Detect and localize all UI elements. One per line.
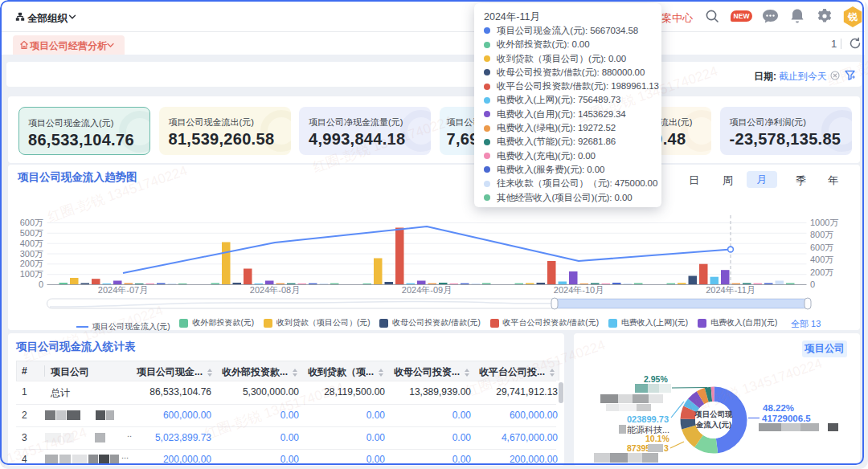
svg-text:200万: 200万: [810, 267, 833, 277]
svg-text:2024年-07月: 2024年-07月: [98, 285, 148, 295]
svg-text:100万: 100万: [20, 269, 43, 279]
svg-text:400万: 400万: [20, 239, 43, 248]
svg-text:10.1%: 10.1%: [645, 434, 669, 443]
svg-text:2024年-10月: 2024年-10月: [554, 285, 604, 295]
svg-text:2.95%: 2.95%: [644, 374, 668, 384]
svg-text:800万: 800万: [810, 230, 833, 239]
svg-text:2024年-09月: 2024年-09月: [402, 285, 452, 295]
svg-text:87395: 87395: [627, 443, 650, 453]
svg-text:金流入(元): 金流入(元): [695, 420, 731, 429]
svg-text:2024年-11月: 2024年-11月: [706, 285, 755, 295]
svg-text:200万: 200万: [20, 259, 43, 268]
svg-text:600万: 600万: [810, 243, 833, 252]
svg-text:500万: 500万: [20, 228, 43, 238]
svg-text:400万: 400万: [810, 255, 833, 264]
svg-text:600万: 600万: [20, 218, 43, 227]
svg-text:0: 0: [39, 279, 43, 289]
svg-text:0: 0: [810, 279, 815, 289]
svg-text:项目公司现: 项目公司现: [694, 410, 733, 418]
svg-text:023899.73: 023899.73: [627, 414, 669, 424]
svg-text:48.22%: 48.22%: [763, 403, 794, 413]
svg-text:1000万: 1000万: [810, 218, 838, 227]
svg-text:3: 3: [664, 443, 669, 453]
svg-text:41729006.5: 41729006.5: [762, 414, 811, 423]
svg-text:300万: 300万: [20, 249, 43, 259]
svg-text:2024年-08月: 2024年-08月: [250, 285, 300, 295]
